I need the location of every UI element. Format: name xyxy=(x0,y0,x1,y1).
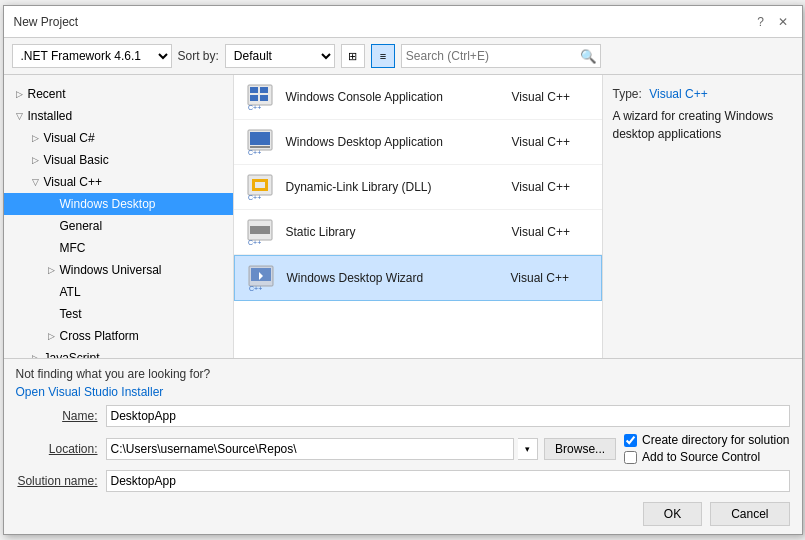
help-button[interactable]: ? xyxy=(752,13,770,31)
svg-rect-12 xyxy=(255,182,265,188)
bottom-bar: Not finding what you are looking for? Op… xyxy=(4,358,802,534)
create-dir-label: Create directory for solution xyxy=(642,433,789,447)
project-item-4[interactable]: C++ Windows Desktop Wizard Visual C++ xyxy=(234,255,602,301)
name-input[interactable] xyxy=(106,405,790,427)
sidebar-item-visual-cpp[interactable]: ▽ Visual C++ xyxy=(4,171,233,193)
project-item-3[interactable]: C++ Static Library Visual C++ xyxy=(234,210,602,255)
search-icon[interactable]: 🔍 xyxy=(578,45,600,67)
expand-icon xyxy=(44,306,60,322)
expand-icon: ▷ xyxy=(44,328,60,344)
sidebar-item-recent[interactable]: ▷ Recent xyxy=(4,83,233,105)
sidebar-item-windows-desktop[interactable]: Windows Desktop xyxy=(4,193,233,215)
svg-rect-7 xyxy=(250,132,270,145)
svg-rect-4 xyxy=(260,95,268,101)
expand-icon: ▽ xyxy=(12,108,28,124)
svg-text:C++: C++ xyxy=(249,285,262,292)
sidebar-item-installed[interactable]: ▽ Installed xyxy=(4,105,233,127)
project-name-4: Windows Desktop Wizard xyxy=(287,271,424,285)
sidebar-windows-desktop-label: Windows Desktop xyxy=(60,197,156,211)
sidebar-visual-basic-label: Visual Basic xyxy=(44,153,109,167)
svg-rect-8 xyxy=(250,146,270,148)
sidebar-mfc-label: MFC xyxy=(60,241,86,255)
title-bar: New Project ? ✕ xyxy=(4,6,802,38)
expand-icon: ▽ xyxy=(28,174,44,190)
solution-row: Solution name: xyxy=(16,470,790,492)
location-dropdown-button[interactable]: ▾ xyxy=(518,438,538,460)
view-tiles-button[interactable]: ⊞ xyxy=(341,44,365,68)
sidebar-item-atl[interactable]: ATL xyxy=(4,281,233,303)
svg-rect-3 xyxy=(250,95,258,101)
project-item-1[interactable]: C++ Windows Desktop Application Visual C… xyxy=(234,120,602,165)
ok-button[interactable]: OK xyxy=(643,502,702,526)
sidebar-item-visual-csharp[interactable]: ▷ Visual C# xyxy=(4,127,233,149)
sidebar-item-mfc[interactable]: MFC xyxy=(4,237,233,259)
sidebar-recent-label: Recent xyxy=(28,87,66,101)
project-icon-0: C++ xyxy=(244,81,276,113)
project-list-panel: C++ Windows Console Application Visual C… xyxy=(234,75,602,358)
sidebar-item-visual-basic[interactable]: ▷ Visual Basic xyxy=(4,149,233,171)
sidebar-item-general[interactable]: General xyxy=(4,215,233,237)
search-input[interactable] xyxy=(402,49,578,63)
project-lang-1: Visual C++ xyxy=(512,135,592,149)
sidebar-test-label: Test xyxy=(60,307,82,321)
svg-text:C++: C++ xyxy=(248,194,261,201)
cancel-button[interactable]: Cancel xyxy=(710,502,789,526)
sidebar-item-windows-universal[interactable]: ▷ Windows Universal xyxy=(4,259,233,281)
sidebar-item-cross-platform[interactable]: ▷ Cross Platform xyxy=(4,325,233,347)
location-label: Location: xyxy=(16,442,106,456)
expand-icon: ▷ xyxy=(28,152,44,168)
sidebar-visual-cpp-label: Visual C++ xyxy=(44,175,102,189)
sidebar-item-test[interactable]: Test xyxy=(4,303,233,325)
project-icon-3: C++ xyxy=(244,216,276,248)
sort-label: Sort by: xyxy=(178,49,219,63)
project-icon-4: C++ xyxy=(245,262,277,294)
svg-text:C++: C++ xyxy=(248,149,261,156)
project-lang-3: Visual C++ xyxy=(512,225,592,239)
type-prefix: Type: xyxy=(613,87,642,101)
svg-rect-1 xyxy=(250,87,258,93)
name-label: Name: xyxy=(16,409,106,423)
svg-text:C++: C++ xyxy=(248,104,261,111)
type-description: A wizard for creating Windows desktop ap… xyxy=(613,107,792,143)
sidebar-visual-csharp-label: Visual C# xyxy=(44,131,95,145)
sidebar-item-javascript[interactable]: ▷ JavaScript xyxy=(4,347,233,358)
svg-rect-2 xyxy=(260,87,268,93)
browse-button[interactable]: Browse... xyxy=(544,438,616,460)
project-item-0[interactable]: C++ Windows Console Application Visual C… xyxy=(234,75,602,120)
new-project-dialog: New Project ? ✕ .NET Framework 4.6.1 Sor… xyxy=(3,5,803,535)
project-name-2: Dynamic-Link Library (DLL) xyxy=(286,180,432,194)
sidebar-cross-platform-label: Cross Platform xyxy=(60,329,139,343)
solution-input[interactable] xyxy=(106,470,790,492)
svg-rect-15 xyxy=(250,226,270,234)
project-lang-0: Visual C++ xyxy=(512,90,592,104)
add-source-label: Add to Source Control xyxy=(642,450,760,464)
create-dir-checkbox[interactable] xyxy=(624,434,637,447)
project-list: C++ Windows Console Application Visual C… xyxy=(234,75,602,301)
project-icon-2: C++ xyxy=(244,171,276,203)
dialog-title: New Project xyxy=(14,15,79,29)
expand-icon xyxy=(44,218,60,234)
expand-icon: ▷ xyxy=(12,86,28,102)
project-item-2[interactable]: C++ Dynamic-Link Library (DLL) Visual C+… xyxy=(234,165,602,210)
project-lang-4: Visual C++ xyxy=(511,271,591,285)
project-icon-1: C++ xyxy=(244,126,276,158)
close-button[interactable]: ✕ xyxy=(774,13,792,31)
sidebar-general-label: General xyxy=(60,219,103,233)
expand-icon xyxy=(44,240,60,256)
create-dir-row: Create directory for solution xyxy=(624,433,789,447)
options-panel: Create directory for solution Add to Sou… xyxy=(624,433,789,464)
expand-icon xyxy=(44,196,60,212)
type-label: Type: Visual C++ xyxy=(613,87,792,101)
add-source-row: Add to Source Control xyxy=(624,450,789,464)
view-list-button[interactable]: ≡ xyxy=(371,44,395,68)
ok-cancel-row: OK Cancel xyxy=(16,502,790,526)
search-box: 🔍 xyxy=(401,44,601,68)
add-source-checkbox[interactable] xyxy=(624,451,637,464)
installer-link[interactable]: Open Visual Studio Installer xyxy=(16,385,164,399)
framework-select[interactable]: .NET Framework 4.6.1 xyxy=(12,44,172,68)
sort-select[interactable]: Default xyxy=(225,44,335,68)
main-content: ▷ Recent ▽ Installed ▷ Visual C# xyxy=(4,75,802,358)
location-input[interactable] xyxy=(106,438,515,460)
expand-icon xyxy=(44,284,60,300)
right-panel: Type: Visual C++ A wizard for creating W… xyxy=(602,75,802,358)
